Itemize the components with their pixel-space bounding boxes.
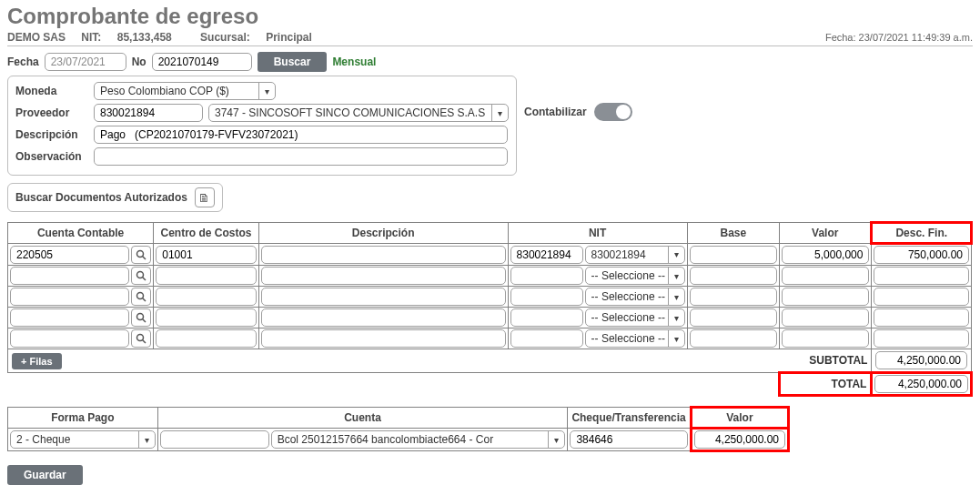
th-centro: Centro de Costos: [154, 223, 259, 244]
descfin-input[interactable]: [874, 267, 969, 285]
nit-code-input[interactable]: [510, 288, 583, 306]
cuenta-input[interactable]: [10, 329, 129, 348]
centro-input[interactable]: [156, 329, 257, 348]
entries-grid: Cuenta Contable Centro de Costos Descrip…: [7, 221, 973, 397]
valor-input[interactable]: [782, 329, 869, 348]
total-value: [874, 375, 968, 393]
docs-panel: Buscar Documentos Autorizados 🗎: [7, 183, 223, 212]
header-date: Fecha: 23/07/2021 11:49:39 a.m.: [825, 32, 973, 43]
centro-input[interactable]: [156, 246, 257, 264]
fecha-input[interactable]: [45, 53, 126, 71]
nit-code-input[interactable]: [510, 308, 583, 327]
svg-point-0: [137, 250, 144, 257]
desc-input[interactable]: [261, 308, 506, 327]
table-row: -- Seleccione --▾: [8, 308, 972, 328]
sucursal-block: Sucursal: Principal: [200, 31, 325, 44]
observacion-input[interactable]: [94, 147, 508, 166]
cuenta-input[interactable]: [10, 288, 129, 306]
contabilizar-toggle[interactable]: [594, 103, 632, 121]
svg-point-8: [137, 335, 144, 341]
svg-line-3: [143, 278, 146, 281]
mensual-link[interactable]: Mensual: [332, 56, 376, 68]
descripcion-label: Descripción: [15, 128, 88, 141]
chevron-down-icon: ▾: [668, 330, 684, 347]
cheque-input[interactable]: [570, 430, 687, 449]
search-icon[interactable]: [131, 308, 151, 327]
desc-input[interactable]: [261, 267, 506, 285]
docs-label: Buscar Documentos Autorizados: [15, 191, 187, 204]
cuenta-input[interactable]: [10, 246, 129, 264]
search-icon[interactable]: [131, 288, 151, 306]
desc-input[interactable]: [261, 288, 506, 306]
search-icon[interactable]: [131, 329, 151, 348]
nit-select[interactable]: -- Seleccione --▾: [585, 288, 685, 306]
cuenta-select[interactable]: Bcol 25012157664 bancolombiacte664 - Cor…: [271, 430, 566, 449]
form-panel: Moneda Peso Colombiano COP ($) ▾ Proveed…: [7, 76, 517, 176]
descfin-input[interactable]: [874, 288, 969, 306]
nit-select[interactable]: -- Seleccione --▾: [585, 267, 685, 285]
docs-icon-button[interactable]: 🗎: [195, 187, 215, 207]
valor-input[interactable]: [782, 288, 869, 306]
payment-grid: Forma Pago Cuenta Cheque/Transferencia V…: [7, 406, 790, 452]
search-icon[interactable]: [131, 246, 151, 264]
buscar-button[interactable]: Buscar: [258, 52, 328, 72]
forma-select[interactable]: 2 - Cheque ▾: [10, 430, 156, 449]
valor-input[interactable]: [782, 308, 869, 327]
th-base: Base: [687, 223, 779, 244]
chevron-down-icon: ▾: [138, 431, 155, 448]
centro-input[interactable]: [156, 267, 257, 285]
no-label: No: [132, 56, 146, 68]
subtotal-label: SUBTOTAL: [780, 349, 872, 373]
centro-input[interactable]: [156, 288, 257, 306]
payment-valor-input[interactable]: [694, 430, 785, 449]
guardar-button[interactable]: Guardar: [7, 465, 83, 485]
th-descfin: Desc. Fin.: [872, 223, 972, 244]
centro-input[interactable]: [156, 308, 257, 327]
desc-input[interactable]: [261, 246, 506, 264]
total-label: TOTAL: [780, 373, 872, 396]
nit-select[interactable]: 830021894▾: [585, 246, 685, 264]
base-input[interactable]: [690, 288, 777, 306]
contabilizar-label: Contabilizar: [524, 106, 587, 118]
th-descripcion: Descripción: [258, 223, 508, 244]
nit-code-input[interactable]: [510, 267, 583, 285]
no-input[interactable]: [152, 53, 252, 71]
descfin-input[interactable]: [874, 246, 969, 264]
table-row: -- Seleccione --▾: [8, 266, 972, 287]
base-input[interactable]: [690, 267, 777, 285]
search-row: Fecha No Buscar Mensual: [7, 52, 973, 72]
chevron-down-icon: ▾: [668, 247, 684, 263]
base-input[interactable]: [690, 308, 777, 327]
descripcion-input[interactable]: [94, 126, 508, 144]
desc-input[interactable]: [261, 329, 506, 348]
moneda-select[interactable]: Peso Colombiano COP ($) ▾: [94, 82, 276, 100]
table-row: 830021894▾: [8, 244, 972, 266]
document-icon: 🗎: [198, 191, 210, 205]
descfin-input[interactable]: [874, 329, 969, 348]
nit-code-input[interactable]: [510, 329, 583, 348]
payment-row: 2 - Cheque ▾ Bcol 25012157664 bancolombi…: [8, 429, 789, 451]
proveedor-select[interactable]: 3747 - SINCOSOFT SINCO COMUNICACIONES S.…: [208, 104, 509, 122]
proveedor-label: Proveedor: [15, 106, 88, 119]
nit-select[interactable]: -- Seleccione --▾: [585, 329, 685, 348]
search-icon[interactable]: [131, 267, 151, 285]
base-input[interactable]: [690, 246, 777, 264]
company-name: DEMO SAS: [7, 31, 66, 44]
descfin-input[interactable]: [874, 308, 969, 327]
nit-select[interactable]: -- Seleccione --▾: [585, 308, 685, 327]
add-rows-button[interactable]: + Filas: [12, 353, 62, 369]
th-nit: NIT: [508, 223, 687, 244]
nit-code-input[interactable]: [510, 246, 583, 264]
chevron-down-icon: ▾: [668, 288, 684, 305]
cuenta-input[interactable]: [10, 308, 129, 327]
proveedor-code-input[interactable]: [94, 104, 203, 122]
cuenta-input[interactable]: [10, 267, 129, 285]
base-input[interactable]: [690, 329, 777, 348]
grid-header-row: Cuenta Contable Centro de Costos Descrip…: [8, 223, 972, 244]
valor-input[interactable]: [782, 267, 869, 285]
subtotal-value: [875, 351, 967, 369]
cuenta-code-input[interactable]: [160, 430, 269, 449]
svg-line-1: [143, 256, 146, 259]
valor-input[interactable]: [782, 246, 869, 264]
svg-point-6: [137, 314, 144, 320]
